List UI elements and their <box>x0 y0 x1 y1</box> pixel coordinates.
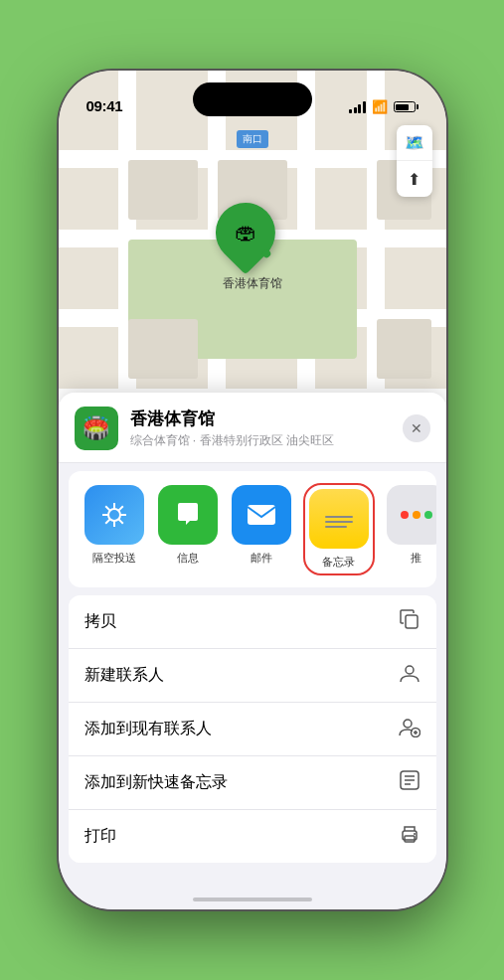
mail-label: 邮件 <box>251 551 272 566</box>
action-print[interactable]: 打印 <box>69 810 436 863</box>
share-notes[interactable]: 备忘录 <box>305 485 373 573</box>
venue-info: 香港体育馆 综合体育馆 · 香港特别行政区 油尖旺区 <box>130 408 391 449</box>
messages-label: 信息 <box>177 551 199 566</box>
notes-line-1 <box>325 516 353 518</box>
share-row: 隔空投送 信息 <box>69 471 436 587</box>
action-copy-label: 拷贝 <box>84 611 116 632</box>
venue-icon: 🏟️ <box>75 407 118 450</box>
action-new-contact[interactable]: 新建联系人 <box>69 649 436 703</box>
map-controls: 🗺️ ⬆ <box>397 125 432 197</box>
signal-bars-icon <box>349 101 366 113</box>
action-new-contact-label: 新建联系人 <box>84 665 164 686</box>
action-quick-note-label: 添加到新快速备忘录 <box>84 772 228 793</box>
quick-note-icon <box>399 769 420 796</box>
stadium-emoji: 🏟 <box>234 220 255 245</box>
messages-icon <box>158 485 218 545</box>
dynamic-island <box>193 82 312 116</box>
bottom-sheet: 🏟️ 香港体育馆 综合体育馆 · 香港特别行政区 油尖旺区 ✕ <box>59 393 446 909</box>
action-add-existing[interactable]: 添加到现有联系人 <box>69 703 436 756</box>
signal-bar-1 <box>349 109 352 113</box>
svg-rect-1 <box>248 505 275 525</box>
location-button[interactable]: ⬆ <box>397 161 432 197</box>
dot-orange <box>413 511 420 519</box>
status-icons: 📶 <box>349 99 419 114</box>
copy-icon <box>399 608 420 635</box>
print-icon <box>399 823 420 850</box>
svg-point-9 <box>414 833 416 835</box>
new-contact-icon <box>399 662 420 689</box>
venue-emoji: 🏟️ <box>83 415 109 441</box>
share-items-container: 隔空投送 信息 <box>84 485 420 573</box>
signal-bar-2 <box>354 107 357 113</box>
map-type-button[interactable]: 🗺️ <box>397 125 432 161</box>
dot-red <box>401 511 409 519</box>
close-button[interactable]: ✕ <box>403 414 430 442</box>
svg-rect-2 <box>406 615 418 628</box>
share-messages[interactable]: 信息 <box>158 485 218 566</box>
airdrop-icon <box>84 485 144 545</box>
action-list: 拷贝 新建联系人 <box>69 595 436 863</box>
action-add-existing-label: 添加到现有联系人 <box>84 719 212 739</box>
more-dots <box>401 511 432 519</box>
mail-icon <box>232 485 291 545</box>
svg-point-0 <box>108 509 120 521</box>
action-quick-note[interactable]: 添加到新快速备忘录 <box>69 756 436 810</box>
notes-lines <box>325 516 353 528</box>
battery-icon <box>394 101 419 112</box>
share-mail[interactable]: 邮件 <box>232 485 291 566</box>
stadium-marker: 🏟 香港体育馆 <box>223 210 282 292</box>
venue-name: 香港体育馆 <box>130 408 391 430</box>
map-location-label: 南口 <box>237 130 268 148</box>
status-time: 09:41 <box>86 97 123 114</box>
more-label: 推 <box>411 551 421 566</box>
add-existing-icon <box>399 716 420 742</box>
notes-icon <box>309 489 369 549</box>
share-airdrop[interactable]: 隔空投送 <box>84 485 144 566</box>
notes-line-2 <box>325 521 353 523</box>
phone-screen: 09:41 📶 <box>59 71 446 909</box>
venue-desc: 综合体育馆 · 香港特别行政区 油尖旺区 <box>130 432 391 449</box>
airdrop-label: 隔空投送 <box>92 551 136 566</box>
venue-header: 🏟️ 香港体育馆 综合体育馆 · 香港特别行政区 油尖旺区 ✕ <box>59 393 446 463</box>
signal-bar-3 <box>358 104 361 113</box>
notes-label: 备忘录 <box>322 555 355 570</box>
wifi-icon: 📶 <box>372 99 388 114</box>
svg-rect-8 <box>405 836 415 842</box>
action-print-label: 打印 <box>84 826 116 847</box>
dot-green <box>424 511 432 519</box>
share-more[interactable]: 推 <box>387 485 436 566</box>
svg-point-4 <box>404 720 412 728</box>
more-icon <box>387 485 436 545</box>
home-indicator <box>193 898 312 901</box>
notes-line-3 <box>325 526 347 528</box>
svg-point-3 <box>406 666 414 674</box>
phone-frame: 09:41 📶 <box>59 71 446 909</box>
action-copy[interactable]: 拷贝 <box>69 595 436 649</box>
signal-bar-4 <box>363 101 366 113</box>
stadium-map-label: 香港体育馆 <box>223 275 282 292</box>
